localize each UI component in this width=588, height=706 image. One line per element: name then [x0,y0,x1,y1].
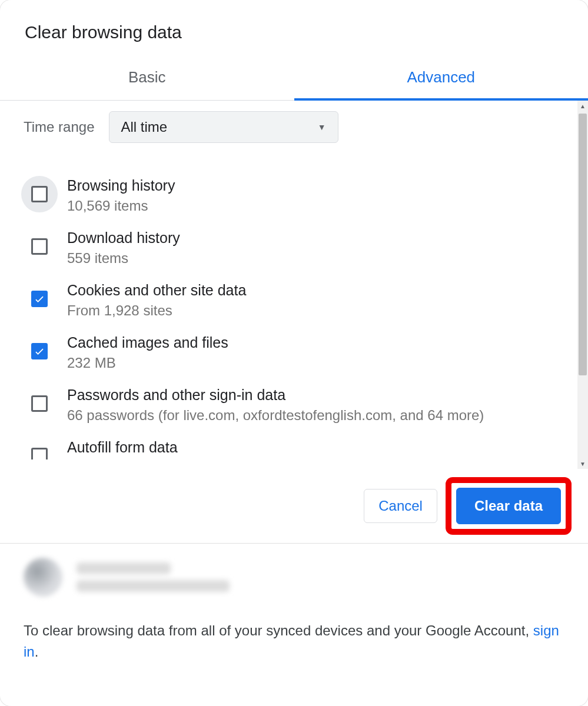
account-area [0,543,588,602]
item-cached[interactable]: Cached images and files 232 MB [18,325,560,378]
item-label: Passwords and other sign-in data [67,384,484,404]
item-sublabel: 232 MB [67,351,228,371]
checkbox-wrap [21,281,58,317]
tab-bar: Basic Advanced [0,59,588,101]
check-icon [34,345,45,357]
scroll-down-arrow-icon[interactable]: ▼ [577,458,588,469]
item-sublabel: From 1,928 sites [67,299,246,319]
check-icon [34,293,45,305]
footer-text-a: To clear browsing data from all of your … [24,622,533,638]
item-cookies[interactable]: Cookies and other site data From 1,928 s… [18,273,560,325]
chevron-down-icon: ▼ [318,122,326,132]
dialog-body: Time range All time ▼ Browsing history [0,101,588,469]
clear-browsing-data-dialog: Clear browsing data Basic Advanced Time … [0,0,588,706]
checkbox-download-history[interactable] [31,238,48,255]
item-text: Cached images and files 232 MB [67,332,228,371]
scroll-up-arrow-icon[interactable]: ▲ [577,101,588,111]
item-text: Download history 559 items [67,227,180,267]
checkbox-browsing-history[interactable] [31,186,48,202]
item-text: Autofill form data 2 addresses, 892 othe… [67,437,291,459]
cancel-button[interactable]: Cancel [364,489,437,523]
item-sublabel: 2 addresses, 892 other suggestions [67,456,291,459]
tab-advanced[interactable]: Advanced [294,59,589,101]
item-passwords[interactable]: Passwords and other sign-in data 66 pass… [18,378,560,430]
time-range-label: Time range [24,119,95,135]
dialog-title: Clear browsing data [0,0,588,59]
checkbox-wrap [21,176,58,212]
clear-data-button[interactable]: Clear data [456,488,561,524]
time-range-value: All time [121,119,168,135]
item-text: Cookies and other site data From 1,928 s… [67,279,246,319]
data-type-list: Browsing history 10,569 items Download h… [0,154,577,459]
avatar [24,558,62,597]
item-sublabel: 10,569 items [67,194,175,214]
checkbox-autofill[interactable] [31,448,48,459]
checkbox-wrap [21,385,58,422]
item-label: Browsing history [67,175,175,194]
item-browsing-history[interactable]: Browsing history 10,569 items [18,168,560,221]
blurred-email [77,580,230,592]
item-sublabel: 66 passwords (for live.com, oxfordtestof… [67,404,484,424]
item-text: Passwords and other sign-in data 66 pass… [67,384,484,424]
checkbox-wrap [21,228,58,265]
item-label: Download history [67,227,180,247]
footer-text-b: . [35,644,39,660]
annotation-highlight: Clear data [446,477,572,535]
item-label: Cookies and other site data [67,279,246,299]
item-download-history[interactable]: Download history 559 items [18,221,560,273]
scroll-area: Time range All time ▼ Browsing history [0,101,588,469]
checkbox-cookies[interactable] [31,291,48,307]
item-text: Browsing history 10,569 items [67,175,175,214]
item-label: Autofill form data [67,437,291,456]
item-label: Cached images and files [67,332,228,351]
vertical-scrollbar[interactable]: ▲ ▼ [577,101,588,469]
time-range-row: Time range All time ▼ [0,101,577,154]
item-sublabel: 559 items [67,247,180,267]
time-range-select[interactable]: All time ▼ [109,111,338,143]
dialog-button-row: Cancel Clear data [0,469,588,543]
tab-basic[interactable]: Basic [0,59,294,101]
checkbox-wrap [21,333,58,369]
checkbox-wrap [21,438,58,459]
checkbox-cached[interactable] [31,343,48,359]
checkbox-passwords[interactable] [31,395,48,412]
scroll-thumb[interactable] [579,114,587,375]
item-autofill[interactable]: Autofill form data 2 addresses, 892 othe… [18,430,560,459]
blurred-name [77,562,171,574]
footer-note: To clear browsing data from all of your … [0,602,588,686]
account-text-blurred [77,562,230,592]
